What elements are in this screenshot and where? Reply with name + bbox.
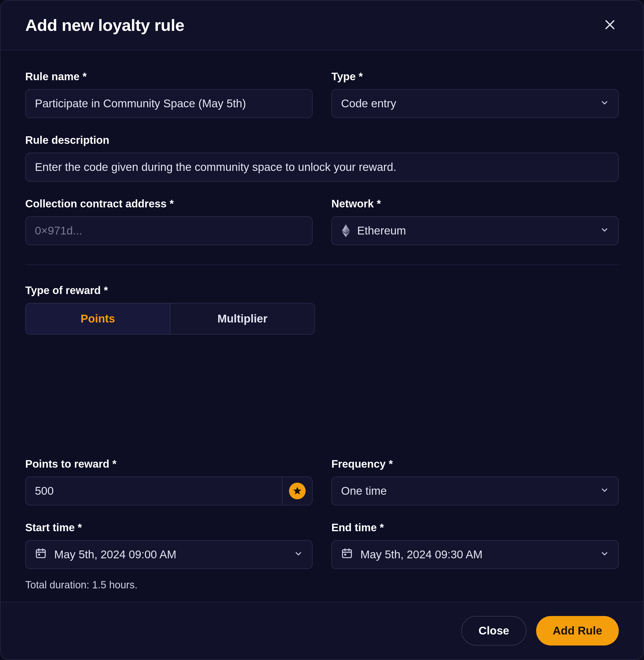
- ethereum-icon: [341, 223, 351, 238]
- star-icon: [289, 482, 306, 499]
- label-end-time: End time *: [331, 522, 619, 534]
- modal-title: Add new loyalty rule: [25, 16, 184, 34]
- reward-type-segmented: Points Multiplier: [25, 303, 315, 334]
- field-network: Network * Ethereum: [331, 198, 619, 245]
- field-reward-type: Type of reward * Points Multiplier: [25, 284, 619, 442]
- rule-description-input-wrap: [25, 152, 619, 182]
- field-frequency: Frequency * One time: [331, 458, 619, 505]
- label-frequency: Frequency *: [331, 458, 619, 470]
- duration-note: Total duration: 1.5 hours.: [25, 579, 619, 591]
- start-time-value: May 5th, 2024 09:00 AM: [54, 548, 176, 561]
- label-type: Type *: [331, 71, 619, 82]
- frequency-select-value: One time: [341, 485, 594, 497]
- calendar-icon: [35, 547, 47, 562]
- chevron-down-icon: [600, 224, 609, 237]
- label-contract-address: Collection contract address *: [25, 198, 313, 210]
- svg-rect-7: [343, 550, 351, 558]
- label-reward-type: Type of reward *: [25, 284, 619, 297]
- points-input[interactable]: [35, 485, 273, 497]
- points-star-button[interactable]: [282, 477, 312, 505]
- field-start-time: Start time * May 5th, 2024 09:00 AM: [25, 522, 313, 569]
- close-icon[interactable]: [601, 16, 619, 34]
- rule-name-input[interactable]: [35, 97, 303, 110]
- field-end-time: End time * May 5th, 2024 09:30 AM: [331, 522, 619, 569]
- modal-header: Add new loyalty rule: [1, 1, 643, 50]
- field-contract-address: Collection contract address *: [25, 198, 313, 245]
- label-rule-name: Rule name *: [25, 71, 313, 82]
- chevron-down-icon: [600, 485, 609, 497]
- end-time-picker[interactable]: May 5th, 2024 09:30 AM: [331, 540, 619, 569]
- modal-footer: Close Add Rule: [1, 602, 643, 659]
- end-time-value: May 5th, 2024 09:30 AM: [360, 548, 482, 561]
- network-select[interactable]: Ethereum: [331, 216, 619, 245]
- field-type: Type * Code entry: [331, 71, 619, 118]
- field-rule-description: Rule description: [25, 134, 619, 182]
- chevron-down-icon: [600, 548, 609, 561]
- svg-rect-2: [37, 550, 45, 558]
- divider: [25, 264, 619, 265]
- svg-rect-11: [344, 554, 346, 556]
- add-rule-button[interactable]: Add Rule: [536, 616, 619, 645]
- contract-address-input-wrap: [25, 216, 313, 245]
- label-start-time: Start time *: [25, 522, 313, 534]
- reward-type-points-tab[interactable]: Points: [26, 303, 170, 334]
- label-rule-description: Rule description: [25, 134, 619, 146]
- label-network: Network *: [331, 198, 619, 210]
- rule-description-input[interactable]: [35, 161, 609, 173]
- chevron-down-icon: [600, 97, 609, 110]
- type-select[interactable]: Code entry: [331, 89, 619, 118]
- points-input-wrap: [25, 476, 313, 505]
- calendar-icon: [341, 547, 353, 562]
- rule-name-input-wrap: [25, 89, 313, 118]
- add-loyalty-rule-modal: Add new loyalty rule Rule name * Type * …: [0, 0, 644, 660]
- chevron-down-icon: [294, 548, 303, 561]
- contract-address-input[interactable]: [35, 224, 303, 237]
- field-rule-name: Rule name *: [25, 71, 313, 118]
- start-time-picker[interactable]: May 5th, 2024 09:00 AM: [25, 540, 313, 569]
- label-points: Points to reward *: [25, 458, 313, 470]
- field-points: Points to reward *: [25, 458, 313, 505]
- svg-rect-6: [38, 554, 40, 556]
- frequency-select[interactable]: One time: [331, 476, 619, 505]
- modal-body: Rule name * Type * Code entry Rule descr…: [1, 50, 643, 602]
- reward-type-multiplier-tab[interactable]: Multiplier: [170, 303, 315, 334]
- network-select-value: Ethereum: [357, 224, 594, 237]
- type-select-value: Code entry: [341, 97, 594, 110]
- close-button[interactable]: Close: [461, 616, 526, 645]
